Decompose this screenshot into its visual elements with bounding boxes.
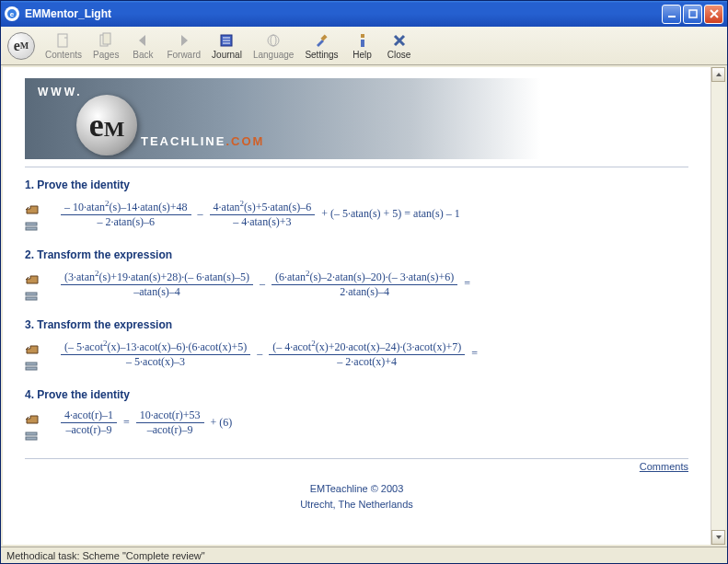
problem-1-expression: – 10·atan2(s)–14·atan(s)+48– 2·atan(s)–6…: [58, 199, 460, 229]
statusbar: Methodical task: Scheme "Complete review…: [1, 547, 727, 563]
svg-rect-7: [103, 33, 110, 44]
problem-2-title: 2. Transform the expression: [25, 248, 688, 261]
problem-4: 4. Prove the identity 4·acot(r)–1–acot(r…: [25, 388, 688, 442]
problem-1-title: 1. Prove the identity: [25, 178, 688, 191]
svg-rect-22: [26, 367, 37, 370]
contents-icon: [55, 32, 72, 49]
back-button[interactable]: Back: [124, 30, 161, 62]
banner-teachline: TEACHLINE.COM: [141, 134, 264, 148]
comments-link[interactable]: Comments: [640, 461, 688, 472]
back-icon: [134, 32, 151, 49]
list-icon[interactable]: [25, 291, 38, 302]
svg-rect-23: [26, 432, 37, 435]
list-icon[interactable]: [25, 431, 38, 442]
forward-icon: [176, 32, 192, 49]
problem-3: 3. Transform the expression (– 5·acot2(x…: [25, 318, 688, 372]
footer-line1: EMTeachline © 2003: [25, 481, 688, 497]
svg-rect-19: [26, 293, 37, 295]
scrollbar[interactable]: [711, 67, 725, 545]
svg-rect-20: [26, 297, 37, 300]
svg-rect-21: [26, 363, 37, 365]
language-icon: [265, 32, 282, 49]
problem-2: 2. Transform the expression (3·atan2(s)+…: [25, 248, 688, 302]
problem-3-title: 3. Transform the expression: [25, 318, 688, 331]
svg-rect-15: [361, 34, 364, 38]
hand-icon[interactable]: [25, 202, 41, 215]
minimize-button[interactable]: [662, 5, 681, 24]
contents-button[interactable]: Contents: [40, 30, 87, 62]
svg-rect-16: [361, 40, 364, 47]
svg-rect-4: [58, 34, 67, 47]
banner: WWW. eM TEACHLINE.COM: [25, 78, 540, 159]
settings-button[interactable]: Settings: [299, 30, 343, 62]
svg-rect-24: [26, 437, 37, 440]
banner-divider: [25, 167, 688, 167]
scroll-down-button[interactable]: [711, 530, 725, 545]
window-title: EMMentor_Light: [25, 7, 662, 20]
maximize-button[interactable]: [683, 5, 702, 24]
scroll-up-button[interactable]: [711, 67, 725, 82]
hand-icon[interactable]: [25, 272, 41, 285]
close-app-button[interactable]: Close: [381, 30, 418, 62]
svg-rect-2: [668, 16, 676, 17]
comments-row: Comments: [25, 458, 688, 472]
hand-icon[interactable]: [25, 342, 41, 355]
svg-rect-18: [26, 227, 37, 230]
logo-e: e: [14, 38, 20, 54]
problem-4-expression: 4·acot(r)–1–acot(r)–9 = 10·acot(r)+53–ac…: [58, 409, 232, 437]
problem-2-expression: (3·atan2(s)+19·atan(s)+28)·(– 6·atan(s)–…: [58, 269, 470, 299]
pages-icon: [98, 32, 114, 49]
problem-3-expression: (– 5·acot2(x)–13·acot(x)–6)·(6·acot(x)+5…: [58, 339, 478, 369]
svg-point-13: [271, 35, 276, 46]
toolbar: eM Contents Pages Back Forward Journal L…: [1, 27, 727, 65]
journal-icon: [218, 32, 235, 49]
journal-button[interactable]: Journal: [206, 30, 248, 62]
app-icon: e: [5, 6, 19, 21]
help-icon: [354, 32, 371, 49]
list-icon[interactable]: [25, 221, 38, 232]
svg-rect-3: [689, 10, 697, 17]
titlebar: e EMMentor_Light: [1, 1, 727, 27]
close-button[interactable]: [704, 5, 723, 24]
status-text: Methodical task: Scheme "Complete review…: [6, 550, 205, 561]
language-button[interactable]: Language: [248, 30, 300, 62]
banner-logo: eM: [76, 95, 137, 155]
problem-1: 1. Prove the identity – 10·atan2(s)–14·a…: [25, 178, 688, 232]
svg-rect-17: [26, 223, 37, 225]
settings-icon: [313, 32, 329, 49]
forward-button[interactable]: Forward: [161, 30, 206, 62]
content-area: WWW. eM TEACHLINE.COM 1. Prove the ident…: [1, 65, 727, 547]
page-footer: EMTeachline © 2003 Utrecht, The Netherla…: [25, 481, 688, 512]
close-icon: [391, 32, 408, 49]
problem-4-title: 4. Prove the identity: [25, 388, 688, 401]
pages-button[interactable]: Pages: [87, 30, 124, 62]
svg-text:e: e: [10, 10, 15, 18]
svg-point-12: [268, 35, 279, 46]
help-button[interactable]: Help: [344, 30, 381, 62]
hand-icon[interactable]: [25, 412, 41, 425]
app-logo: eM: [5, 29, 38, 63]
footer-line2: Utrecht, The Netherlands: [25, 497, 688, 512]
banner-www: WWW.: [38, 86, 83, 98]
list-icon[interactable]: [25, 361, 38, 372]
